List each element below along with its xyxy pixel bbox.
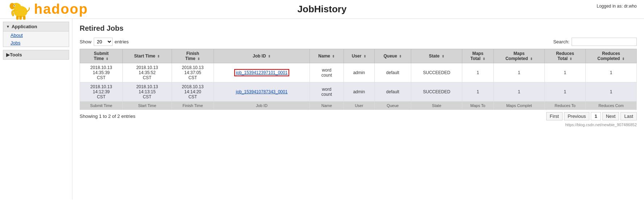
table-controls: Show 10 20 50 100 entries Search: <box>80 38 637 46</box>
section-title: Retired Jobs <box>80 24 637 33</box>
showing-text: Showing 1 to 2 of 2 entries <box>80 114 135 119</box>
svg-rect-5 <box>16 16 19 20</box>
col-queue[interactable]: Queue ⇕ <box>374 49 411 63</box>
table-row: 2018.10.1314:35:39CST 2018.10.1314:35:52… <box>80 63 637 82</box>
table-row: 2018.10.1314:12:39CST 2018.10.1314:13:15… <box>80 82 637 102</box>
url-watermark: https://blog.csdn.net/newbie_907486852 <box>80 123 637 127</box>
cell-start-time: 2018.10.1314:35:52CST <box>123 63 172 82</box>
cell-reduces-completed: 1 <box>585 82 636 102</box>
cell-state: SUCCEEDED <box>411 82 462 102</box>
cell-start-time: 2018.10.1314:13:15CST <box>123 82 172 102</box>
footer-reduces-comp: Reduces Com <box>585 102 636 110</box>
col-maps-total[interactable]: MapsTotal ⇕ <box>462 49 494 63</box>
col-reduces-completed[interactable]: ReducesCompleted ⇕ <box>585 49 636 63</box>
show-entries-control: Show 10 20 50 100 entries <box>80 38 129 46</box>
cell-name: wordcount <box>310 63 344 82</box>
col-name[interactable]: Name ⇕ <box>310 49 344 63</box>
footer-user: User <box>344 102 374 110</box>
search-input[interactable] <box>572 38 637 46</box>
sidebar-tools-section: ▶ Tools <box>3 50 69 60</box>
col-state[interactable]: State ⇕ <box>411 49 462 63</box>
sidebar-item-jobs[interactable]: Jobs <box>3 39 69 47</box>
cell-reduces-total: 1 <box>544 63 585 82</box>
logo-text: hadoop <box>34 1 88 17</box>
svg-point-4 <box>14 5 15 6</box>
cell-state: SUCCEEDED <box>411 63 462 82</box>
footer-submit-time: Submit Time <box>80 102 123 110</box>
pagination-last[interactable]: Last <box>620 112 637 120</box>
footer-name: Name <box>310 102 344 110</box>
show-label: Show <box>80 39 92 44</box>
pagination-page-1[interactable]: 1 <box>591 112 601 120</box>
tools-arrow-icon: ▶ <box>6 52 10 57</box>
col-start-time[interactable]: Start Time ⇕ <box>123 49 172 63</box>
table-footer: Showing 1 to 2 of 2 entries First Previo… <box>80 110 637 121</box>
sidebar-application-section: ▼ Application About Jobs <box>3 22 69 47</box>
footer-job-id: Job ID <box>214 102 310 110</box>
col-finish-time[interactable]: FinishTime ⇕ <box>172 49 214 63</box>
login-info: Logged in as: dr.who <box>597 4 637 9</box>
sidebar-tools-header[interactable]: ▶ Tools <box>3 50 69 59</box>
sidebar-application-header[interactable]: ▼ Application <box>3 22 69 31</box>
col-user[interactable]: User ⇕ <box>344 49 374 63</box>
footer-state: State <box>411 102 462 110</box>
sidebar-application-label: Application <box>12 24 37 29</box>
table-footer-repeat-row: Submit Time Start Time Finish Time Job I… <box>80 102 637 110</box>
logo-area: hadoop <box>7 0 88 20</box>
footer-queue: Queue <box>374 102 411 110</box>
col-submit-time[interactable]: SubmitTime ⇕ <box>80 49 123 63</box>
cell-user: admin <box>344 63 374 82</box>
cell-maps-completed: 1 <box>493 82 544 102</box>
sidebar: ▼ Application About Jobs ▶ Tools <box>0 19 72 200</box>
cell-queue: default <box>374 63 411 82</box>
show-select[interactable]: 10 20 50 100 <box>94 38 113 46</box>
entries-label: entries <box>115 39 129 44</box>
cell-user: admin <box>344 82 374 102</box>
jobs-table: SubmitTime ⇕ Start Time ⇕ FinishTime ⇕ J… <box>80 49 637 110</box>
content-area: Retired Jobs Show 10 20 50 100 entries S… <box>72 19 644 200</box>
job-id-link[interactable]: job_1539412397101_0001 <box>234 69 290 76</box>
search-area: Search: <box>553 38 637 46</box>
main-layout: ▼ Application About Jobs ▶ Tools Retired… <box>0 19 644 200</box>
application-arrow-icon: ▼ <box>6 25 10 29</box>
col-job-id[interactable]: Job ID ⇕ <box>214 49 310 63</box>
col-reduces-total[interactable]: ReducesTotal ⇕ <box>544 49 585 63</box>
cell-finish-time: 2018.10.1314:37:05CST <box>172 63 214 82</box>
pagination-next[interactable]: Next <box>602 112 619 120</box>
cell-name: wordcount <box>310 82 344 102</box>
cell-submit-time: 2018.10.1314:12:39CST <box>80 82 123 102</box>
cell-finish-time: 2018.10.1314:14:20CST <box>172 82 214 102</box>
sidebar-item-about[interactable]: About <box>3 31 69 39</box>
cell-queue: default <box>374 82 411 102</box>
pagination: First Previous 1 Next Last <box>546 112 637 120</box>
cell-job-id[interactable]: job_1539412397101_0001 <box>214 63 310 82</box>
sidebar-tools-label: Tools <box>10 52 22 57</box>
header: hadoop JobHistory Logged in as: dr.who <box>0 0 644 19</box>
job-id-link[interactable]: job_1539410787343_0001 <box>236 89 288 94</box>
footer-maps-completed: Maps Complet <box>493 102 544 110</box>
footer-reduces-total: Reduces To <box>544 102 585 110</box>
cell-reduces-completed: 1 <box>585 63 636 82</box>
search-label: Search: <box>553 39 569 44</box>
svg-rect-7 <box>23 16 26 20</box>
col-maps-completed[interactable]: MapsCompleted ⇕ <box>493 49 544 63</box>
page-title: JobHistory <box>298 4 347 15</box>
cell-reduces-total: 1 <box>544 82 585 102</box>
footer-maps-total: Maps To <box>462 102 494 110</box>
pagination-first[interactable]: First <box>546 112 563 120</box>
hadoop-elephant-logo <box>7 0 33 20</box>
svg-rect-6 <box>19 16 22 20</box>
cell-maps-total: 1 <box>462 63 494 82</box>
footer-finish-time: Finish Time <box>172 102 214 110</box>
footer-start-time: Start Time <box>123 102 172 110</box>
cell-maps-total: 1 <box>462 82 494 102</box>
cell-submit-time: 2018.10.1314:35:39CST <box>80 63 123 82</box>
table-header-row: SubmitTime ⇕ Start Time ⇕ FinishTime ⇕ J… <box>80 49 637 63</box>
cell-job-id[interactable]: job_1539410787343_0001 <box>214 82 310 102</box>
pagination-previous[interactable]: Previous <box>564 112 590 120</box>
cell-maps-completed: 1 <box>493 63 544 82</box>
